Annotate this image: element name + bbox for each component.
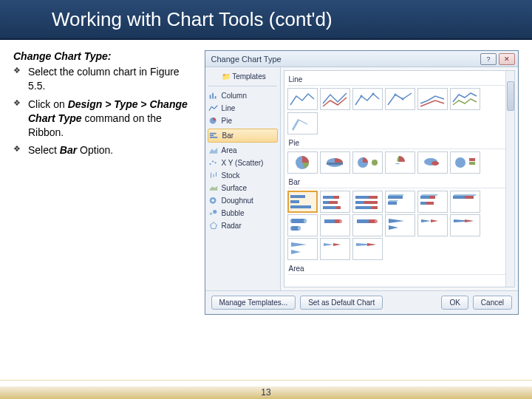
sidebar-cat-stock[interactable]: Stock bbox=[205, 169, 280, 182]
sidebar-cat-doughnut[interactable]: Doughnut bbox=[205, 194, 280, 207]
svg-rect-38 bbox=[290, 205, 311, 208]
sidebar-cat-label: Bar bbox=[222, 132, 234, 140]
help-button[interactable]: ? bbox=[480, 53, 497, 65]
svg-rect-55 bbox=[420, 196, 429, 199]
svg-point-71 bbox=[339, 219, 342, 223]
set-default-chart-button[interactable]: Set as Default Chart bbox=[300, 296, 383, 310]
chart-thumb-bar-stacked[interactable] bbox=[320, 191, 350, 213]
chart-thumb-line[interactable] bbox=[450, 88, 480, 110]
sidebar-cat-label: Pie bbox=[222, 117, 232, 125]
chart-thumb-pie-exploded-3d[interactable] bbox=[417, 151, 448, 174]
svg-marker-77 bbox=[421, 219, 431, 222]
svg-point-22 bbox=[395, 94, 397, 96]
sidebar-cat-label: Area bbox=[222, 146, 237, 154]
chart-thumb-bar-3d[interactable] bbox=[385, 191, 415, 213]
svg-rect-1 bbox=[212, 93, 214, 99]
chart-thumb-line[interactable] bbox=[417, 88, 448, 110]
chart-thumb-bar-3d-stacked[interactable] bbox=[417, 191, 448, 213]
area-chart-icon bbox=[208, 146, 219, 154]
dialog-titlebar: Change Chart Type ? ✕ bbox=[205, 51, 518, 67]
sidebar-cat-radar[interactable]: Radar bbox=[205, 219, 280, 232]
manage-templates-button[interactable]: Manage Templates... bbox=[211, 296, 296, 310]
sidebar-cat-label: X Y (Scatter) bbox=[222, 159, 264, 167]
gallery-section-area: Area bbox=[287, 262, 511, 275]
surface-chart-icon bbox=[208, 183, 219, 192]
svg-point-18 bbox=[213, 210, 216, 214]
chart-thumb-bar-cyl[interactable] bbox=[287, 214, 318, 236]
svg-rect-2 bbox=[214, 96, 216, 99]
chart-thumb-bar-cyl[interactable] bbox=[320, 214, 350, 236]
sidebar-cat-surface[interactable]: Surface bbox=[205, 182, 280, 194]
instruction-text: Option. bbox=[77, 144, 113, 156]
sidebar-cat-bar[interactable]: Bar bbox=[208, 129, 278, 143]
sidebar-cat-label: Surface bbox=[222, 184, 247, 192]
svg-rect-4 bbox=[209, 133, 216, 134]
chart-thumb-pie[interactable] bbox=[287, 151, 318, 174]
cancel-button[interactable]: Cancel bbox=[473, 296, 512, 310]
chart-thumb-line[interactable] bbox=[385, 88, 415, 110]
instruction-strong: Bar bbox=[60, 144, 77, 156]
sidebar-cat-column[interactable]: Column bbox=[205, 89, 280, 102]
close-button[interactable]: ✕ bbox=[499, 53, 515, 65]
gallery-row bbox=[287, 238, 511, 260]
gallery-scrollbar[interactable] bbox=[505, 71, 514, 287]
chart-thumb-bar-100[interactable] bbox=[352, 191, 383, 213]
chart-gallery: Line Pie bbox=[284, 70, 515, 287]
sidebar-cat-label: Column bbox=[222, 92, 247, 100]
instruction-item: Select the column chart in Figure 5.5. bbox=[13, 65, 199, 93]
svg-point-17 bbox=[209, 212, 212, 215]
sidebar-cat-bubble[interactable]: Bubble bbox=[205, 207, 280, 219]
sidebar-cat-area[interactable]: Area bbox=[205, 144, 280, 157]
chart-thumb-bar-cone[interactable] bbox=[450, 214, 480, 236]
chart-thumb-bar-pyramid[interactable] bbox=[352, 238, 383, 260]
chart-thumb-bar-pyramid[interactable] bbox=[320, 238, 350, 260]
svg-rect-46 bbox=[369, 196, 378, 199]
chart-thumb-pie-of-pie[interactable] bbox=[352, 151, 383, 174]
chart-thumb-line-3d[interactable] bbox=[287, 112, 318, 134]
chart-thumb-bar-3d-100[interactable] bbox=[450, 191, 480, 213]
dialog-body: 📁 Templates Column Line Pie bbox=[205, 67, 518, 290]
instruction-text: Click on bbox=[28, 98, 68, 110]
svg-marker-78 bbox=[431, 219, 438, 222]
chart-thumb-line[interactable] bbox=[352, 88, 383, 110]
scrollbar-thumb[interactable] bbox=[507, 81, 514, 111]
chart-thumb-bar-clustered[interactable] bbox=[287, 191, 318, 213]
svg-point-33 bbox=[455, 157, 466, 168]
instruction-heading: Change Chart Type: bbox=[13, 50, 199, 62]
chart-thumb-bar-pyramid[interactable] bbox=[287, 238, 318, 260]
chart-thumb-line[interactable] bbox=[320, 88, 350, 110]
svg-marker-83 bbox=[324, 243, 333, 246]
chart-thumb-line[interactable] bbox=[287, 88, 318, 110]
dialog-title: Change Chart Type bbox=[211, 55, 282, 64]
svg-rect-41 bbox=[323, 201, 329, 204]
svg-point-23 bbox=[402, 98, 404, 100]
svg-marker-57 bbox=[420, 194, 438, 196]
svg-rect-48 bbox=[364, 201, 378, 204]
chart-thumb-bar-cyl[interactable] bbox=[352, 214, 383, 236]
svg-point-65 bbox=[304, 219, 307, 223]
chart-thumb-bar-of-pie[interactable] bbox=[450, 151, 480, 174]
gallery-section-line: Line bbox=[287, 72, 511, 86]
svg-rect-43 bbox=[323, 206, 336, 209]
svg-marker-14 bbox=[209, 185, 217, 190]
sidebar-cat-pie[interactable]: Pie bbox=[205, 115, 280, 127]
slide-title: Working with Chart Tools (cont'd) bbox=[52, 8, 332, 31]
svg-point-32 bbox=[432, 161, 439, 166]
svg-point-21 bbox=[372, 93, 375, 95]
chart-thumb-bar-cone[interactable] bbox=[417, 214, 448, 236]
chart-thumb-pie-exploded[interactable] bbox=[385, 151, 415, 174]
svg-rect-0 bbox=[209, 95, 211, 98]
svg-rect-50 bbox=[372, 206, 378, 209]
chart-thumb-bar-cone[interactable] bbox=[385, 214, 415, 236]
ok-button[interactable]: OK bbox=[441, 296, 468, 310]
svg-point-8 bbox=[209, 163, 211, 165]
pie-chart-icon bbox=[208, 116, 219, 125]
sidebar-divider bbox=[208, 86, 277, 86]
sidebar-cat-scatter[interactable]: X Y (Scatter) bbox=[205, 157, 280, 169]
templates-item[interactable]: 📁 Templates bbox=[205, 70, 280, 83]
svg-rect-52 bbox=[388, 196, 403, 199]
sidebar-cat-label: Radar bbox=[222, 222, 242, 230]
sidebar-cat-line[interactable]: Line bbox=[205, 102, 280, 115]
svg-point-10 bbox=[214, 162, 216, 163]
chart-thumb-pie-3d[interactable] bbox=[320, 151, 350, 174]
